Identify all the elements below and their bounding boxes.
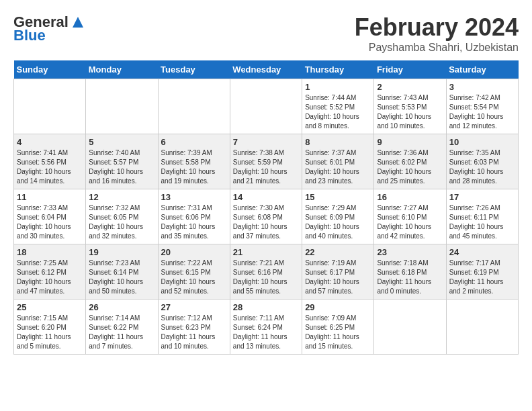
day-number: 7 — [233, 137, 299, 147]
day-number: 9 — [377, 137, 443, 147]
day-number: 10 — [449, 137, 515, 147]
empty-cell — [446, 300, 518, 355]
calendar-day-27: 27Sunrise: 7:12 AM Sunset: 6:23 PM Dayli… — [158, 300, 230, 355]
calendar-week-1: 1Sunrise: 7:44 AM Sunset: 5:52 PM Daylig… — [14, 79, 519, 134]
day-number: 27 — [161, 302, 227, 312]
day-number: 2 — [377, 82, 443, 92]
calendar-day-23: 23Sunrise: 7:18 AM Sunset: 6:18 PM Dayli… — [374, 244, 446, 300]
calendar-day-26: 26Sunrise: 7:14 AM Sunset: 6:22 PM Dayli… — [86, 300, 158, 355]
day-number: 15 — [305, 192, 371, 202]
calendar-header-row: SundayMondayTuesdayWednesdayThursdayFrid… — [14, 60, 519, 79]
day-header-friday: Friday — [374, 60, 446, 79]
day-header-tuesday: Tuesday — [158, 60, 230, 79]
day-header-saturday: Saturday — [446, 60, 518, 79]
calendar-day-18: 18Sunrise: 7:25 AM Sunset: 6:12 PM Dayli… — [14, 244, 86, 300]
day-info: Sunrise: 7:09 AM Sunset: 6:25 PM Dayligh… — [305, 314, 371, 351]
day-number: 6 — [161, 137, 227, 147]
day-number: 8 — [305, 137, 371, 147]
day-info: Sunrise: 7:33 AM Sunset: 6:04 PM Dayligh… — [17, 203, 83, 241]
calendar-day-10: 10Sunrise: 7:35 AM Sunset: 6:03 PM Dayli… — [446, 134, 518, 189]
calendar-week-5: 25Sunrise: 7:15 AM Sunset: 6:20 PM Dayli… — [14, 300, 519, 355]
day-number: 13 — [161, 192, 227, 202]
day-info: Sunrise: 7:32 AM Sunset: 6:05 PM Dayligh… — [89, 203, 154, 241]
calendar-day-22: 22Sunrise: 7:19 AM Sunset: 6:17 PM Dayli… — [302, 244, 374, 300]
day-info: Sunrise: 7:41 AM Sunset: 5:56 PM Dayligh… — [17, 148, 83, 186]
calendar-day-24: 24Sunrise: 7:17 AM Sunset: 6:19 PM Dayli… — [446, 244, 518, 300]
calendar-day-5: 5Sunrise: 7:40 AM Sunset: 5:57 PM Daylig… — [86, 134, 158, 189]
calendar-day-1: 1Sunrise: 7:44 AM Sunset: 5:52 PM Daylig… — [302, 79, 374, 134]
day-number: 5 — [89, 137, 154, 147]
empty-cell — [86, 79, 158, 134]
calendar-day-19: 19Sunrise: 7:23 AM Sunset: 6:14 PM Dayli… — [86, 244, 158, 300]
calendar-day-6: 6Sunrise: 7:39 AM Sunset: 5:58 PM Daylig… — [158, 134, 230, 189]
day-header-monday: Monday — [86, 60, 158, 79]
empty-cell — [158, 79, 230, 134]
day-number: 12 — [89, 192, 154, 202]
day-info: Sunrise: 7:39 AM Sunset: 5:58 PM Dayligh… — [161, 148, 227, 186]
day-number: 1 — [305, 82, 371, 92]
logo-blue-text: Blue — [13, 27, 46, 44]
logo-icon — [71, 15, 85, 29]
day-info: Sunrise: 7:44 AM Sunset: 5:52 PM Dayligh… — [305, 93, 371, 131]
calendar-day-3: 3Sunrise: 7:42 AM Sunset: 5:54 PM Daylig… — [446, 79, 518, 134]
day-info: Sunrise: 7:29 AM Sunset: 6:09 PM Dayligh… — [305, 203, 371, 241]
day-info: Sunrise: 7:30 AM Sunset: 6:08 PM Dayligh… — [233, 203, 299, 241]
day-info: Sunrise: 7:42 AM Sunset: 5:54 PM Dayligh… — [449, 93, 515, 131]
page-header: General Blue February 2024 Payshamba Sha… — [13, 13, 519, 54]
day-info: Sunrise: 7:40 AM Sunset: 5:57 PM Dayligh… — [89, 148, 154, 186]
calendar-week-3: 11Sunrise: 7:33 AM Sunset: 6:04 PM Dayli… — [14, 189, 519, 244]
day-number: 11 — [17, 192, 83, 202]
day-header-wednesday: Wednesday — [230, 60, 302, 79]
day-info: Sunrise: 7:36 AM Sunset: 6:02 PM Dayligh… — [377, 148, 443, 186]
empty-cell — [374, 300, 446, 355]
day-info: Sunrise: 7:17 AM Sunset: 6:19 PM Dayligh… — [449, 259, 515, 296]
day-info: Sunrise: 7:11 AM Sunset: 6:24 PM Dayligh… — [233, 314, 299, 351]
calendar-day-15: 15Sunrise: 7:29 AM Sunset: 6:09 PM Dayli… — [302, 189, 374, 244]
logo: General Blue — [13, 13, 85, 44]
day-number: 25 — [17, 302, 83, 312]
day-info: Sunrise: 7:27 AM Sunset: 6:10 PM Dayligh… — [377, 203, 443, 241]
calendar-day-29: 29Sunrise: 7:09 AM Sunset: 6:25 PM Dayli… — [302, 300, 374, 355]
calendar-week-2: 4Sunrise: 7:41 AM Sunset: 5:56 PM Daylig… — [14, 134, 519, 189]
day-info: Sunrise: 7:38 AM Sunset: 5:59 PM Dayligh… — [233, 148, 299, 186]
day-info: Sunrise: 7:14 AM Sunset: 6:22 PM Dayligh… — [89, 314, 154, 351]
day-header-sunday: Sunday — [14, 60, 86, 79]
calendar-day-2: 2Sunrise: 7:43 AM Sunset: 5:53 PM Daylig… — [374, 79, 446, 134]
calendar-day-4: 4Sunrise: 7:41 AM Sunset: 5:56 PM Daylig… — [14, 134, 86, 189]
day-number: 26 — [89, 302, 154, 312]
svg-marker-0 — [73, 17, 83, 28]
calendar-day-17: 17Sunrise: 7:26 AM Sunset: 6:11 PM Dayli… — [446, 189, 518, 244]
calendar-day-7: 7Sunrise: 7:38 AM Sunset: 5:59 PM Daylig… — [230, 134, 302, 189]
day-number: 17 — [449, 192, 515, 202]
calendar-day-28: 28Sunrise: 7:11 AM Sunset: 6:24 PM Dayli… — [230, 300, 302, 355]
day-info: Sunrise: 7:22 AM Sunset: 6:15 PM Dayligh… — [161, 259, 227, 296]
location-title: Payshamba Shahri, Uzbekistan — [355, 42, 519, 54]
day-info: Sunrise: 7:12 AM Sunset: 6:23 PM Dayligh… — [161, 314, 227, 351]
calendar-day-9: 9Sunrise: 7:36 AM Sunset: 6:02 PM Daylig… — [374, 134, 446, 189]
day-number: 29 — [305, 302, 371, 312]
calendar-day-8: 8Sunrise: 7:37 AM Sunset: 6:01 PM Daylig… — [302, 134, 374, 189]
calendar-day-14: 14Sunrise: 7:30 AM Sunset: 6:08 PM Dayli… — [230, 189, 302, 244]
day-number: 4 — [17, 137, 83, 147]
day-number: 24 — [449, 247, 515, 257]
calendar-day-16: 16Sunrise: 7:27 AM Sunset: 6:10 PM Dayli… — [374, 189, 446, 244]
day-number: 18 — [17, 247, 83, 257]
day-number: 28 — [233, 302, 299, 312]
calendar-day-11: 11Sunrise: 7:33 AM Sunset: 6:04 PM Dayli… — [14, 189, 86, 244]
day-header-thursday: Thursday — [302, 60, 374, 79]
month-title: February 2024 — [355, 13, 519, 42]
calendar-day-21: 21Sunrise: 7:21 AM Sunset: 6:16 PM Dayli… — [230, 244, 302, 300]
calendar-day-20: 20Sunrise: 7:22 AM Sunset: 6:15 PM Dayli… — [158, 244, 230, 300]
day-number: 3 — [449, 82, 515, 92]
day-number: 19 — [89, 247, 154, 257]
day-info: Sunrise: 7:31 AM Sunset: 6:06 PM Dayligh… — [161, 203, 227, 241]
day-info: Sunrise: 7:43 AM Sunset: 5:53 PM Dayligh… — [377, 93, 443, 131]
day-info: Sunrise: 7:26 AM Sunset: 6:11 PM Dayligh… — [449, 203, 515, 241]
empty-cell — [230, 79, 302, 134]
day-number: 16 — [377, 192, 443, 202]
day-info: Sunrise: 7:18 AM Sunset: 6:18 PM Dayligh… — [377, 259, 443, 296]
calendar-day-13: 13Sunrise: 7:31 AM Sunset: 6:06 PM Dayli… — [158, 189, 230, 244]
day-number: 23 — [377, 247, 443, 257]
day-number: 21 — [233, 247, 299, 257]
day-info: Sunrise: 7:15 AM Sunset: 6:20 PM Dayligh… — [17, 314, 83, 351]
